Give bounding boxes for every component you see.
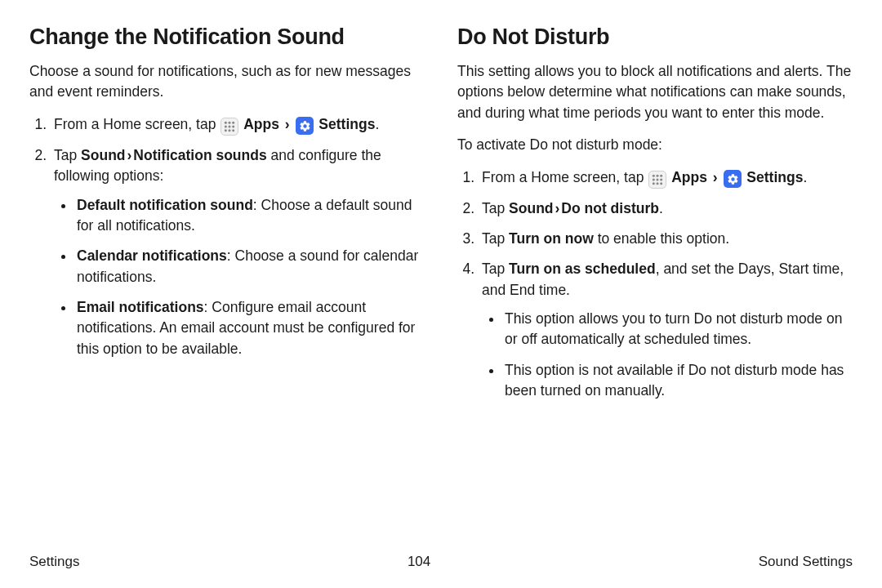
step-text-end: . (375, 116, 379, 132)
list-item: Default notification sound: Choose a def… (75, 195, 425, 237)
svg-point-15 (653, 182, 655, 185)
svg-point-13 (657, 178, 659, 180)
svg-point-16 (657, 182, 659, 185)
right-step-1: From a Home screen, tap Apps › Settings. (479, 167, 853, 189)
chevron-icon: › (711, 169, 719, 185)
bold-text: Calendar notifications (77, 247, 227, 264)
svg-point-7 (229, 129, 231, 131)
svg-point-5 (232, 125, 234, 127)
step-text-end: . (659, 200, 663, 216)
chevron-icon: › (126, 147, 134, 163)
list-item: This option is not available if Do not d… (503, 360, 853, 402)
bold-text: Do not disturb (561, 200, 659, 216)
step-text: Tap (482, 261, 509, 277)
apps-icon (220, 118, 238, 136)
bold-text: Notification sounds (133, 147, 266, 163)
left-steps: From a Home screen, tap Apps › Settings.… (29, 114, 425, 359)
step-text: Tap (482, 200, 509, 216)
right-step-2: Tap Sound›Do not disturb. (479, 198, 853, 219)
left-intro: Choose a sound for notifications, such a… (29, 61, 425, 103)
right-column: Do Not Disturb This setting allows you t… (457, 24, 853, 412)
footer-right: Sound Settings (759, 554, 853, 570)
footer-page-number: 104 (408, 554, 430, 570)
bold-text: Email notifications (77, 299, 204, 315)
step-text-end: . (803, 169, 807, 185)
bold-text: Sound (509, 200, 553, 216)
page-columns: Change the Notification Sound Choose a s… (29, 24, 853, 412)
svg-point-11 (660, 174, 662, 176)
bold-text: Sound (81, 147, 125, 163)
left-step-2: Tap Sound›Notification sounds and config… (51, 145, 425, 359)
svg-point-10 (657, 174, 659, 176)
left-step-1: From a Home screen, tap Apps › Settings. (51, 114, 425, 136)
bold-text: Turn on now (509, 230, 594, 247)
apps-icon (648, 171, 666, 189)
svg-point-8 (232, 129, 234, 131)
bold-text: Default notification sound (77, 197, 253, 213)
left-heading: Change the Notification Sound (29, 24, 425, 50)
list-item: Calendar notifications: Choose a sound f… (75, 246, 425, 287)
right-step-4: Tap Turn on as scheduled, and set the Da… (479, 259, 853, 401)
svg-point-12 (653, 178, 655, 180)
chevron-icon: › (283, 116, 292, 132)
settings-icon (296, 117, 314, 135)
svg-point-9 (653, 174, 655, 176)
svg-point-6 (225, 129, 227, 131)
right-step-3: Tap Turn on now to enable this option. (479, 229, 853, 249)
svg-point-2 (232, 122, 234, 124)
settings-label: Settings (746, 169, 803, 185)
step-text: From a Home screen, tap (482, 169, 648, 185)
page-footer: Settings 104 Sound Settings (29, 554, 853, 570)
svg-point-1 (229, 122, 231, 124)
list-item: Email notifications: Configure email acc… (75, 297, 425, 359)
bold-text: Turn on as scheduled (509, 261, 656, 277)
chevron-icon: › (554, 200, 562, 216)
right-activate-text: To activate Do not disturb mode: (457, 135, 853, 155)
list-item: This option allows you to turn Do not di… (503, 309, 853, 350)
right-intro: This setting allows you to block all not… (457, 61, 853, 123)
step-text: Tap (482, 230, 509, 247)
right-sub-bullets: This option allows you to turn Do not di… (482, 309, 853, 402)
svg-point-0 (225, 122, 227, 124)
settings-label: Settings (318, 116, 375, 132)
settings-icon (724, 170, 742, 188)
svg-point-3 (225, 125, 227, 127)
svg-point-17 (660, 182, 662, 185)
apps-label: Apps (671, 169, 707, 185)
step-text-end: to enable this option. (594, 230, 729, 247)
left-column: Change the Notification Sound Choose a s… (29, 24, 425, 412)
apps-label: Apps (243, 116, 279, 132)
svg-point-14 (660, 178, 662, 180)
step-text: Tap (54, 147, 81, 163)
right-heading: Do Not Disturb (457, 24, 853, 50)
step-text: From a Home screen, tap (54, 116, 220, 132)
left-sub-bullets: Default notification sound: Choose a def… (54, 195, 425, 360)
right-steps: From a Home screen, tap Apps › Settings.… (457, 167, 853, 402)
svg-point-4 (229, 125, 231, 127)
footer-left: Settings (29, 554, 79, 570)
